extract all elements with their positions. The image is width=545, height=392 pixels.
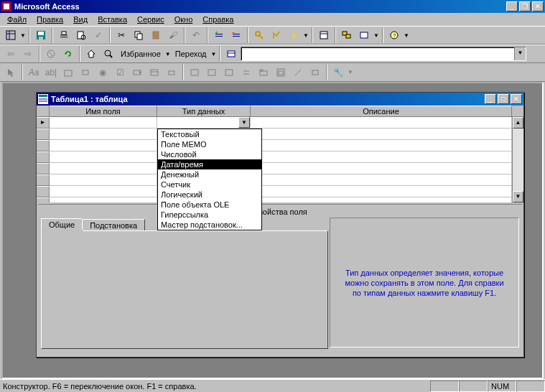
app-title: Microsoft Access <box>14 2 506 11</box>
stop-button[interactable] <box>43 46 59 62</box>
svg-rect-7 <box>39 37 43 39</box>
favorites-label[interactable]: Избранное <box>118 50 164 58</box>
row-selector[interactable] <box>37 151 50 163</box>
address-dropdown[interactable]: ▼ <box>514 47 526 60</box>
help-button[interactable]: ? <box>386 27 402 43</box>
save-button[interactable] <box>33 27 49 43</box>
goto-label[interactable]: Переход <box>172 50 210 58</box>
spelling-button[interactable]: ✓ <box>90 27 106 43</box>
search-web-button[interactable] <box>101 46 116 62</box>
row-selector[interactable] <box>37 186 50 197</box>
cell-description[interactable] <box>251 117 512 129</box>
tab-lookup[interactable]: Подстановка <box>82 219 145 230</box>
status-pane-2 <box>459 381 488 392</box>
datatype-option[interactable]: Гиперссылка <box>158 210 261 220</box>
row-selector[interactable] <box>37 163 50 174</box>
favorites-dropdown[interactable]: ▼ <box>165 51 171 57</box>
restore-button[interactable]: ❐ <box>519 1 531 11</box>
address-combo[interactable]: ▼ <box>241 47 526 61</box>
new-object-dropdown[interactable]: ▼ <box>373 32 379 39</box>
format-painter-button[interactable]: 🖌 <box>165 27 181 43</box>
datatype-option[interactable]: Счетчик <box>158 179 261 190</box>
field-grid: Имя поля Тип данных Описание ▸ ▼ <box>37 106 523 202</box>
indexes-button[interactable] <box>269 27 284 43</box>
datatype-option[interactable]: Поле MEMO <box>158 139 261 149</box>
view-button[interactable] <box>3 27 19 43</box>
builder-button[interactable]: ⚡ <box>286 27 302 43</box>
forward-button[interactable]: ⇨ <box>20 46 36 62</box>
cut-button[interactable]: ✂ <box>113 27 129 43</box>
scroll-down-button[interactable]: ▼ <box>513 191 523 202</box>
datatype-option[interactable]: Текстовый <box>158 129 261 139</box>
database-window-button[interactable] <box>339 27 355 43</box>
goto-dropdown[interactable]: ▼ <box>210 51 216 57</box>
insert-rows-button[interactable]: + <box>211 27 227 43</box>
menu-insert[interactable]: Вставка <box>93 14 131 24</box>
statusbar: Конструктор. F6 = переключение окон. F1 … <box>0 379 545 392</box>
tab-general[interactable]: Общие <box>41 218 83 231</box>
menu-tools[interactable]: Сервис <box>133 14 169 24</box>
undo-button[interactable]: ↶ <box>188 27 204 43</box>
row-selector-header[interactable] <box>37 106 50 116</box>
copy-button[interactable] <box>131 27 146 43</box>
svg-rect-57 <box>312 70 318 75</box>
datatype-dropdown-list[interactable]: ТекстовыйПоле MEMOЧисловойДата/времяДене… <box>157 129 262 230</box>
datatype-option[interactable]: Поле объекта OLE <box>158 200 261 210</box>
svg-rect-14 <box>153 32 159 39</box>
home-button[interactable] <box>83 46 99 62</box>
child-minimize-button[interactable]: _ <box>485 94 496 104</box>
datatype-option[interactable]: Мастер подстановок... <box>158 220 261 230</box>
menu-edit[interactable]: Правка <box>32 14 67 24</box>
minimize-button[interactable]: _ <box>506 1 518 11</box>
datatype-dropdown-button[interactable]: ▼ <box>238 117 250 128</box>
row-selector-current[interactable]: ▸ <box>37 117 50 129</box>
print-preview-button[interactable] <box>73 27 89 43</box>
cell-fieldname[interactable] <box>50 117 157 129</box>
print-button[interactable] <box>56 27 72 43</box>
menu-help[interactable]: Справка <box>198 14 238 24</box>
bound-object-tool <box>221 65 237 80</box>
row-selector[interactable] <box>37 140 50 151</box>
primary-key-button[interactable] <box>251 27 267 43</box>
row-selector[interactable] <box>37 174 50 186</box>
unbound-object-tool <box>204 65 220 80</box>
new-object-button[interactable] <box>356 27 372 43</box>
view-dropdown[interactable]: ▼ <box>20 32 26 39</box>
child-maximize-button[interactable]: □ <box>498 94 509 104</box>
svg-rect-44 <box>151 70 158 75</box>
table-icon <box>38 94 48 104</box>
datatype-option[interactable]: Дата/время <box>158 159 261 169</box>
back-button[interactable]: ⇦ <box>3 46 19 62</box>
scroll-track[interactable] <box>513 129 523 191</box>
delete-rows-button[interactable]: − <box>228 27 244 43</box>
scroll-up-button[interactable]: ▲ <box>513 117 523 129</box>
svg-line-36 <box>110 55 112 57</box>
app-titlebar: Microsoft Access _ ❐ ✕ <box>0 0 545 13</box>
cell-datatype[interactable]: ▼ <box>157 117 251 129</box>
properties-button[interactable] <box>316 27 332 43</box>
datatype-option[interactable]: Числовой <box>158 149 261 159</box>
refresh-button[interactable] <box>60 46 76 62</box>
menu-view[interactable]: Вид <box>69 14 92 24</box>
child-title: Таблица1 : таблица <box>51 95 485 103</box>
paste-button[interactable] <box>148 27 164 43</box>
col-header-datatype[interactable]: Тип данных <box>157 106 251 116</box>
datatype-option[interactable]: Логический <box>158 190 261 200</box>
child-close-button[interactable]: ✕ <box>511 94 522 104</box>
grid-scrollbar[interactable]: ▲ ▼ <box>512 117 523 202</box>
help-dropdown[interactable]: ▼ <box>404 32 409 39</box>
row-selector[interactable] <box>37 197 50 202</box>
menu-window[interactable]: Окно <box>170 14 197 24</box>
close-button[interactable]: ✕ <box>532 1 544 11</box>
row-selector[interactable] <box>37 129 50 140</box>
show-web-toolbar-button[interactable] <box>223 46 239 62</box>
status-pane-1 <box>430 381 459 392</box>
datatype-option[interactable]: Денежный <box>158 169 261 179</box>
builder-dropdown[interactable]: ▼ <box>303 32 309 39</box>
col-header-fieldname[interactable]: Имя поля <box>50 106 157 116</box>
col-header-description[interactable]: Описание <box>251 106 512 116</box>
toolbar-main: ▼ ✓ ✂ 🖌 ↶ + − ⚡ ▼ ▼ ? ▼ <box>0 26 545 45</box>
more-tools: 🔧 <box>330 65 346 80</box>
menu-file[interactable]: Файл <box>3 14 31 24</box>
grid-body[interactable]: ▸ ▼ <box>37 117 512 202</box>
